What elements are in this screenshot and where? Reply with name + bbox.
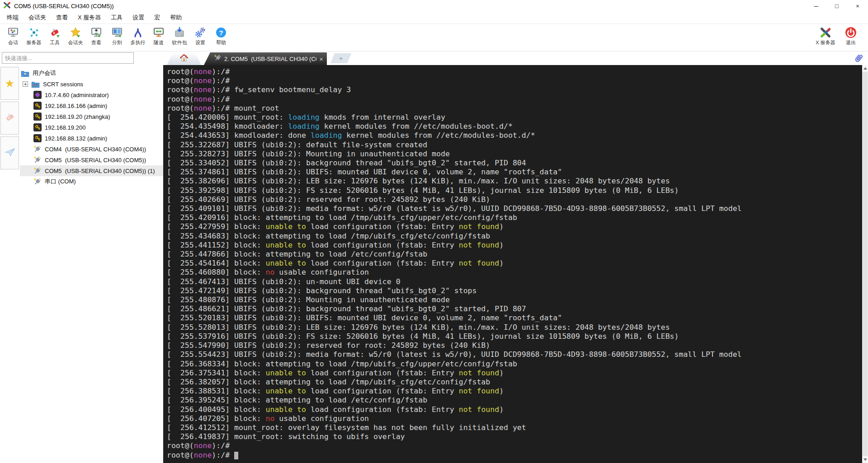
terminal-line: [ 256.412512] mount_root: overlay filesy… — [167, 423, 862, 432]
window-title: COM5 (USB-SERIAL CH340 (COM5)) — [14, 3, 114, 9]
terminal-scrollbar[interactable] — [862, 65, 868, 463]
maximize-button[interactable]: □ — [826, 0, 847, 12]
terminal-cursor — [234, 452, 238, 459]
terminal-line: [ 255.322687] UBIFS (ubi0:2): default fi… — [167, 140, 862, 150]
toolbar-sessions-star-label: 会话夹 — [68, 40, 83, 45]
session-item-10[interactable]: 串口 (COM) — [20, 176, 163, 187]
toolbar-multiexec-button[interactable]: 多执行 — [127, 25, 148, 45]
menu-item-2[interactable]: 查看 — [51, 12, 73, 23]
toolbar-servers-button[interactable]: 服务器 — [24, 25, 44, 45]
session-item-label: 192.168.16.166 (admin) — [45, 103, 107, 109]
session-item-label: 用户会话 — [33, 69, 56, 77]
tab-active[interactable]: 2. COM5 (USB-SERIAL CH340 (COM5)) × — [204, 52, 327, 65]
session-item-label: SCRT sessions — [43, 81, 83, 88]
toolbar: 会话服务器工具会话夹查看分割多执行隧道软件包设置?帮助 X 服务器退出 — [0, 23, 868, 51]
terminal-line: [ 255.374861] UBIFS (ubi0:2): UBIFS: mou… — [167, 168, 862, 177]
session-item-1[interactable]: SCRT sessions — [20, 79, 163, 89]
session-item-8[interactable]: COM5 (USB-SERIAL CH340 (COM5)) — [20, 154, 163, 165]
menu-item-5[interactable]: 设置 — [127, 12, 149, 23]
plug-icon — [33, 156, 42, 164]
terminal[interactable]: root@(none):/#root@(none):/#root@(none):… — [163, 65, 868, 463]
key-icon — [33, 123, 42, 131]
session-item-3[interactable]: 192.168.16.166 (admin) — [20, 100, 163, 111]
session-item-6[interactable]: 192.168.88.132 (admin) — [20, 133, 163, 144]
paperclip-icon[interactable] — [853, 52, 864, 66]
terminal-line: [ 255.486621] UBIFS (ubi0:2): background… — [167, 304, 862, 313]
x-server-icon — [819, 26, 832, 39]
menu-item-3[interactable]: X 服务器 — [73, 12, 106, 23]
tools-icon — [48, 26, 61, 39]
menu-item-6[interactable]: 宏 — [149, 12, 165, 23]
new-tab-button[interactable]: + — [330, 53, 351, 63]
toolbar-split-button[interactable]: 分割 — [107, 25, 127, 45]
star-icon: ★ — [5, 77, 15, 90]
terminal-line: [ 256.407205] block: no usable configura… — [167, 414, 862, 423]
terminal-line: [ 255.537916] UBIFS (ubi0:2): FS size: 5… — [167, 332, 862, 341]
close-button[interactable]: × — [847, 0, 868, 12]
minimize-button[interactable]: ─ — [806, 0, 826, 12]
session-item-0[interactable]: 用户会话 — [20, 68, 163, 79]
session-item-label: 10.7.4.60 (administrator) — [45, 92, 109, 98]
session-item-5[interactable]: 192.168.19.200 — [20, 122, 163, 133]
toolbar-view-button[interactable]: 查看 — [86, 25, 107, 45]
scrt-folder-icon — [31, 80, 40, 88]
quick-connect-input[interactable] — [2, 52, 134, 64]
exit-icon — [844, 26, 857, 39]
session-item-4[interactable]: 192.168.19.20 (zhangka) — [20, 111, 163, 122]
menu-item-7[interactable]: 帮助 — [165, 12, 187, 23]
gem-icon — [33, 91, 42, 99]
terminal-line: [ 256.419837] mount_root: switching to u… — [167, 432, 862, 441]
terminal-line: [ 255.454164] block: unable to load conf… — [167, 259, 862, 268]
toolbar-packages-button[interactable]: 软件包 — [169, 25, 190, 45]
scroll-up-icon[interactable] — [862, 65, 868, 72]
toolbar-settings-label: 设置 — [195, 40, 205, 45]
terminal-line: [ 256.368334] block: attempting to load … — [167, 360, 862, 369]
session-item-7[interactable]: COM4 (USB-SERIAL CH340 (COM4)) — [20, 144, 163, 154]
menu-item-0[interactable]: 终端 — [2, 12, 24, 23]
packages-icon — [173, 26, 186, 39]
user-folder-icon — [21, 70, 29, 77]
sessions-star-icon — [69, 26, 82, 39]
settings-icon — [194, 26, 207, 39]
tools-tab[interactable] — [0, 102, 19, 135]
scroll-down-icon[interactable] — [862, 456, 868, 463]
terminal-line: [ 255.409101] UBIFS (ubi0:2): media form… — [167, 204, 862, 213]
scrollbar-thumb[interactable] — [863, 72, 868, 456]
terminal-line: [ 254.420006] mount_root: loading kmods … — [167, 113, 862, 122]
terminal-line: [ 255.382696] UBIFS (ubi0:2): LEB size: … — [167, 177, 862, 186]
toolbar-tools-button[interactable]: 工具 — [44, 25, 65, 45]
toolbar-session-button[interactable]: 会话 — [3, 25, 24, 45]
plug-icon — [33, 167, 42, 175]
session-item-9[interactable]: COM5 (USB-SERIAL CH340 (COM5)) (1) — [20, 165, 163, 176]
menu-item-4[interactable]: 工具 — [106, 12, 127, 23]
toolbar-tunnel-label: 隧道 — [154, 40, 164, 45]
terminal-line: root@(none):/# — [167, 441, 862, 450]
session-tree: 用户会话SCRT sessions10.7.4.60 (administrato… — [20, 68, 163, 187]
macros-tab[interactable] — [0, 136, 19, 169]
menu-item-1[interactable]: 会话夹 — [24, 12, 51, 23]
toolbar-exit-button[interactable]: 退出 — [838, 25, 863, 45]
terminal-line: [ 256.388531] block: unable to load conf… — [167, 387, 862, 396]
terminal-line: [ 255.441152] block: unable to load conf… — [167, 241, 862, 250]
session-item-label: 192.168.88.132 (admin) — [45, 135, 107, 142]
toolbar-help-button[interactable]: ?帮助 — [211, 25, 231, 45]
toolbar-sessions-star-button[interactable]: 会话夹 — [65, 25, 86, 45]
session-item-2[interactable]: 10.7.4.60 (administrator) — [20, 89, 163, 100]
toolbar-x-server-button[interactable]: X 服务器 — [813, 25, 838, 45]
toolbar-x-server-label: X 服务器 — [816, 40, 835, 45]
toolbar-settings-button[interactable]: 设置 — [190, 25, 211, 45]
terminal-line: [ 254.435498] kmodloader: loading kernel… — [167, 122, 862, 131]
sessions-tab[interactable]: ★ — [0, 67, 19, 100]
terminal-line: [ 256.400495] block: unable to load conf… — [167, 405, 862, 414]
terminal-line: [ 255.460880] block: no usable configura… — [167, 268, 862, 277]
terminal-line: [ 254.443653] kmodloader: done loading k… — [167, 131, 862, 140]
terminal-line: [ 255.547990] UBIFS (ubi0:2): reserved f… — [167, 341, 862, 350]
terminal-line: [ 255.402669] UBIFS (ubi0:2): reserved f… — [167, 195, 862, 204]
terminal-line: [ 255.472149] UBIFS (ubi0:2): background… — [167, 286, 862, 295]
session-icon — [7, 26, 19, 39]
toolbar-tunnel-button[interactable]: 隧道 — [148, 25, 169, 45]
terminal-line: root@(none):/# — [167, 67, 862, 76]
tab-close-icon[interactable]: × — [319, 56, 323, 62]
expand-icon[interactable] — [23, 81, 28, 87]
tab-home[interactable] — [167, 53, 201, 65]
